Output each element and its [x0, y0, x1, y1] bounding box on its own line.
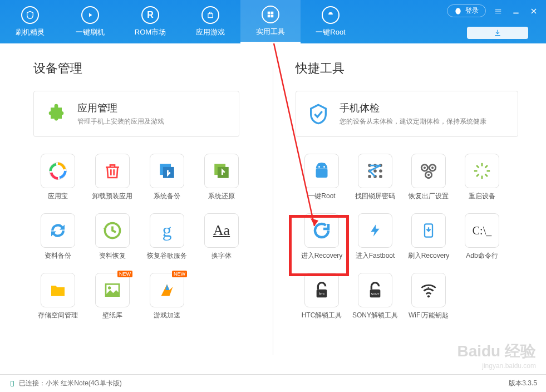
tool-label: Adb命令行: [466, 251, 498, 261]
sony-unlock-icon: SONY: [358, 273, 392, 307]
tool-yingyongbao[interactable]: 应用宝: [33, 154, 82, 201]
svg-rect-48: [11, 381, 14, 386]
grid-icon: [262, 6, 279, 23]
tool-wifi-key[interactable]: WiFi万能钥匙: [402, 273, 455, 320]
content: 设备管理 应用管理 管理手机上安装的应用及游戏 应用宝 卸载预装应用 系统备份 …: [0, 43, 546, 372]
minimize-button[interactable]: [510, 6, 522, 17]
tool-uninstall-preinstalled[interactable]: 卸载预装应用: [88, 154, 137, 201]
nav-label: 一键刷机: [76, 27, 105, 37]
tool-label: 恢复谷歌服务: [147, 251, 187, 261]
tool-label: 资料恢复: [99, 251, 126, 261]
terminal-icon: C:\_: [465, 213, 499, 248]
svg-text:hтc: hтc: [319, 292, 325, 296]
section-title: 设备管理: [33, 60, 256, 77]
banner-title: 手机体检: [340, 101, 486, 115]
nav-tab-root[interactable]: 一键Root: [301, 0, 361, 43]
svg-rect-14: [316, 169, 328, 178]
tool-one-click-root[interactable]: 一键Root: [296, 154, 348, 201]
tool-label: 资料备份: [45, 251, 71, 261]
nav-tabs: 刷机精灵 一键刷机 R ROM市场 应用游戏 实用工具 一键Root: [0, 0, 361, 43]
tool-label: 恢复出厂设置: [409, 192, 449, 201]
tool-recover-lockscreen[interactable]: 找回锁屏密码: [349, 154, 401, 201]
nav-tab-one-click-flash[interactable]: 一键刷机: [60, 0, 120, 43]
status-bar: 已连接：小米 红米Note(4G单卡版) 版本3.3.5: [0, 374, 546, 392]
svg-point-22: [379, 169, 382, 173]
svg-line-36: [476, 165, 479, 168]
svg-point-16: [323, 166, 325, 168]
folder-icon: [41, 273, 75, 307]
tool-label: 应用宝: [48, 192, 68, 201]
svg-point-13: [108, 286, 111, 289]
bolt-icon: [358, 213, 392, 248]
nav-label: 刷机精灵: [16, 27, 45, 37]
banner-title: 应用管理: [77, 101, 164, 115]
pattern-icon: [358, 154, 392, 188]
connected-icon: [9, 380, 16, 387]
download-icon: [494, 29, 501, 37]
tool-label: 系统备份: [154, 192, 180, 201]
nav-label: 实用工具: [256, 27, 285, 37]
right-tools-grid: 一键Root 找回锁屏密码 恢复出厂设置 重启设备 进入Recovery 进入F…: [296, 154, 518, 320]
banner-subtitle: 管理手机上安装的应用及游戏: [77, 117, 164, 126]
boost-icon: [150, 273, 184, 307]
nav-tab-apps-games[interactable]: 应用游戏: [180, 0, 240, 43]
tool-label: 一键Root: [308, 192, 335, 201]
svg-point-21: [373, 169, 377, 173]
left-tools-grid: 应用宝 卸载预装应用 系统备份 系统还原 资料备份 资料恢复 g恢复谷歌服务 A…: [33, 154, 256, 320]
history-icon: [95, 213, 130, 248]
gears-icon: [411, 154, 446, 188]
tool-factory-reset[interactable]: 恢复出厂设置: [402, 154, 455, 201]
puzzle-icon: [45, 103, 67, 125]
nav-label: 一键Root: [316, 27, 345, 37]
tool-label: 重启设备: [469, 192, 495, 201]
tool-system-backup[interactable]: 系统备份: [142, 154, 191, 201]
tool-change-font[interactable]: Aa换字体: [197, 213, 246, 261]
tool-enter-fastboot[interactable]: 进入Fastboot: [349, 213, 401, 261]
tool-flash-recovery[interactable]: 刷入Recovery: [402, 213, 455, 261]
download-button[interactable]: [467, 27, 528, 39]
r-icon: R: [141, 6, 159, 24]
tool-storage-management[interactable]: 存储空间管理: [33, 273, 82, 320]
restore-icon: [204, 154, 239, 188]
svg-point-23: [368, 175, 371, 178]
close-button[interactable]: [528, 6, 539, 17]
svg-rect-0: [208, 14, 213, 18]
htc-unlock-icon: hтc: [304, 273, 339, 307]
svg-line-38: [476, 174, 479, 177]
tool-htc-unlock[interactable]: hтcHTC解锁工具: [296, 273, 348, 320]
tool-enter-recovery[interactable]: 进入Recovery: [296, 213, 348, 261]
tool-label: 系统还原: [208, 192, 235, 201]
svg-point-25: [379, 175, 382, 178]
new-badge: NEW: [117, 271, 132, 277]
android-root-icon: [304, 154, 339, 188]
tool-sony-unlock[interactable]: SONYSONY解锁工具: [349, 273, 401, 320]
app-management-banner[interactable]: 应用管理 管理手机上安装的应用及游戏: [33, 91, 239, 137]
nav-tab-utilities[interactable]: 实用工具: [240, 0, 301, 43]
trash-icon: [95, 154, 130, 188]
tool-adb-cmd[interactable]: C:\_Adb命令行: [456, 213, 508, 261]
svg-point-30: [431, 166, 434, 169]
svg-point-31: [427, 174, 430, 176]
login-button[interactable]: 登录: [447, 4, 486, 17]
quick-tools-section: 快捷工具 手机体检 您的设备从未体检，建议定期体检，保持系统健康 一键Root …: [296, 60, 518, 372]
vertical-divider: [273, 66, 273, 355]
watermark-url: jingyan.baidu.com: [457, 362, 536, 370]
bag-icon: [201, 6, 219, 24]
tool-game-boost[interactable]: NEW游戏加速: [142, 273, 191, 320]
tool-system-restore[interactable]: 系统还原: [197, 154, 246, 201]
tool-data-backup[interactable]: 资料备份: [33, 213, 82, 261]
section-title: 快捷工具: [296, 60, 518, 77]
tool-restore-google[interactable]: g恢复谷歌服务: [142, 213, 191, 261]
tool-reboot[interactable]: 重启设备: [456, 154, 508, 201]
backup-icon: [150, 154, 184, 188]
phone-checkup-banner[interactable]: 手机体检 您的设备从未体检，建议定期体检，保持系统健康: [296, 91, 518, 137]
tool-wallpaper[interactable]: NEW壁纸库: [88, 273, 137, 320]
menu-button[interactable]: [493, 6, 504, 17]
nav-tab-rom-market[interactable]: R ROM市场: [120, 0, 180, 43]
swirl-icon: [41, 154, 75, 188]
reload-icon: [304, 213, 339, 248]
device-management-section: 设备管理 应用管理 管理手机上安装的应用及游戏 应用宝 卸载预装应用 系统备份 …: [33, 60, 256, 372]
nav-tab-flash-genie[interactable]: 刷机精灵: [0, 0, 60, 43]
loading-icon: [465, 154, 499, 188]
tool-data-restore[interactable]: 资料恢复: [88, 213, 137, 261]
